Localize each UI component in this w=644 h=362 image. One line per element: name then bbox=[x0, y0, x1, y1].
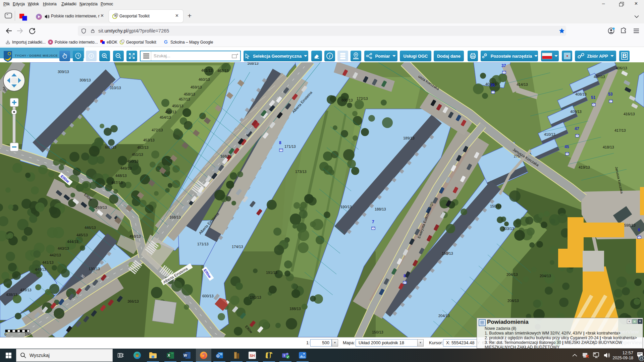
svg-text:441/13: 441/13 bbox=[42, 260, 54, 264]
svg-text:447/13: 447/13 bbox=[111, 181, 123, 185]
svg-text:440/13: 440/13 bbox=[35, 267, 46, 272]
svg-text:7: 7 bbox=[372, 220, 374, 224]
svg-text:406/13: 406/13 bbox=[616, 66, 627, 70]
svg-text:459/13: 459/13 bbox=[191, 85, 202, 89]
svg-text:417/13: 417/13 bbox=[614, 128, 626, 132]
svg-text:410/13: 410/13 bbox=[544, 132, 555, 136]
svg-text:150/13: 150/13 bbox=[372, 330, 383, 334]
svg-text:188/13: 188/13 bbox=[375, 207, 386, 211]
svg-text:35: 35 bbox=[490, 83, 495, 87]
svg-text:10m: 10m bbox=[25, 333, 31, 336]
svg-text:8: 8 bbox=[404, 274, 406, 278]
svg-text:8: 8 bbox=[279, 140, 281, 145]
svg-text:150/13: 150/13 bbox=[442, 251, 453, 255]
svg-text:438/13: 438/13 bbox=[6, 293, 17, 297]
svg-text:X: X bbox=[168, 353, 170, 357]
svg-text:407/13: 407/13 bbox=[594, 75, 605, 79]
svg-text:130/13: 130/13 bbox=[89, 267, 100, 271]
svg-text:189/13: 189/13 bbox=[403, 136, 415, 140]
svg-text:174/13: 174/13 bbox=[232, 245, 243, 249]
svg-text:456/13: 456/13 bbox=[172, 104, 183, 108]
svg-text:443/13: 443/13 bbox=[58, 246, 69, 250]
svg-text:408/13: 408/13 bbox=[575, 92, 587, 96]
svg-text:53: 53 bbox=[608, 92, 613, 97]
svg-text:462/13: 462/13 bbox=[217, 69, 229, 73]
svg-text:269/13: 269/13 bbox=[96, 205, 107, 209]
svg-text:37: 37 bbox=[501, 63, 506, 68]
svg-text:309/13: 309/13 bbox=[58, 70, 69, 74]
svg-text:452/13: 452/13 bbox=[137, 145, 149, 149]
svg-text:275/: 275/ bbox=[514, 155, 521, 158]
svg-text:204/13: 204/13 bbox=[540, 274, 551, 278]
svg-text:414/13: 414/13 bbox=[517, 82, 528, 86]
svg-text:310/13: 310/13 bbox=[110, 86, 121, 90]
svg-text:600/13: 600/13 bbox=[341, 98, 353, 102]
svg-text:171/13: 171/13 bbox=[197, 242, 209, 246]
svg-text:168/13: 168/13 bbox=[247, 61, 259, 65]
svg-text:191/13: 191/13 bbox=[266, 270, 277, 275]
svg-text:498/13: 498/13 bbox=[129, 234, 141, 238]
svg-text:B: B bbox=[622, 52, 627, 59]
svg-text:203/13: 203/13 bbox=[503, 227, 514, 231]
svg-text:172/13: 172/13 bbox=[357, 97, 368, 101]
svg-text:458/13: 458/13 bbox=[184, 92, 195, 96]
svg-text:191/13: 191/13 bbox=[250, 295, 261, 299]
svg-text:W: W bbox=[183, 353, 187, 357]
svg-text:6: 6 bbox=[638, 228, 640, 232]
svg-text:204/13: 204/13 bbox=[506, 273, 518, 277]
svg-text:204/13: 204/13 bbox=[507, 299, 519, 303]
svg-text:T: T bbox=[283, 354, 285, 357]
svg-text:0: 0 bbox=[4, 333, 6, 336]
svg-text:598/13: 598/13 bbox=[624, 223, 636, 227]
svg-text:442/13: 442/13 bbox=[50, 253, 61, 257]
svg-text:461/13: 461/13 bbox=[201, 68, 213, 72]
svg-text:455/13: 455/13 bbox=[165, 110, 176, 114]
svg-text:150/13: 150/13 bbox=[490, 204, 501, 208]
svg-text:457/13: 457/13 bbox=[179, 97, 190, 101]
svg-text:450/13: 450/13 bbox=[127, 159, 139, 163]
svg-text:190/13: 190/13 bbox=[340, 205, 352, 209]
svg-text:409/13: 409/13 bbox=[570, 110, 582, 114]
svg-text:204/13: 204/13 bbox=[438, 314, 450, 318]
svg-text:188/13: 188/13 bbox=[289, 307, 301, 311]
svg-text:51: 51 bbox=[591, 95, 596, 100]
svg-text:454/13: 454/13 bbox=[160, 115, 171, 119]
svg-text:416/13: 416/13 bbox=[624, 112, 635, 116]
svg-text:453/13: 453/13 bbox=[143, 138, 155, 142]
svg-text:i: i bbox=[329, 54, 330, 59]
svg-text:418/13: 418/13 bbox=[603, 145, 614, 149]
svg-text:460/13: 460/13 bbox=[199, 77, 210, 81]
svg-text:448/13: 448/13 bbox=[115, 174, 127, 178]
svg-text:168/13: 168/13 bbox=[169, 215, 181, 219]
svg-text:600/13: 600/13 bbox=[202, 294, 214, 298]
svg-text:47: 47 bbox=[575, 126, 579, 131]
svg-text:449/13: 449/13 bbox=[120, 166, 132, 170]
svg-text:472/13: 472/13 bbox=[152, 128, 163, 132]
svg-text:168/13: 168/13 bbox=[220, 154, 232, 158]
svg-text:173/13: 173/13 bbox=[295, 170, 307, 174]
svg-text:SH: SH bbox=[250, 354, 255, 358]
svg-text:366/13: 366/13 bbox=[127, 299, 139, 303]
svg-text:445/13: 445/13 bbox=[76, 233, 88, 237]
svg-text:446/13: 446/13 bbox=[85, 226, 96, 230]
svg-text:171/13: 171/13 bbox=[284, 144, 296, 148]
svg-text:419/13: 419/13 bbox=[579, 165, 590, 169]
svg-text:444/13: 444/13 bbox=[67, 240, 78, 244]
svg-text:45: 45 bbox=[565, 144, 569, 149]
svg-text:451/13: 451/13 bbox=[132, 153, 143, 157]
svg-text:439/13: 439/13 bbox=[20, 288, 32, 292]
svg-text:600/13: 600/13 bbox=[105, 145, 116, 149]
svg-text:308/13: 308/13 bbox=[79, 78, 91, 82]
